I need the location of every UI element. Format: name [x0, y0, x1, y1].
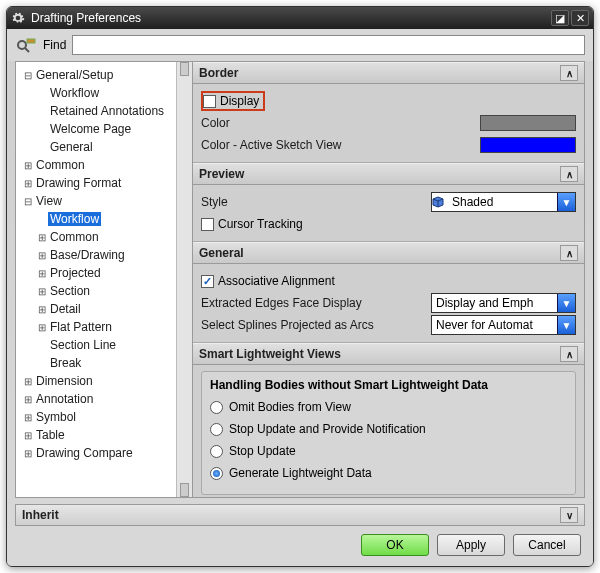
- chevron-up-icon[interactable]: ∧: [560, 65, 578, 81]
- expand-icon[interactable]: ⊞: [22, 394, 34, 405]
- tree-scrollbar[interactable]: [176, 62, 192, 497]
- section-title: Preview: [199, 167, 560, 181]
- section-header-inherit[interactable]: Inherit ∨: [15, 504, 585, 526]
- slv-radio-label: Stop Update and Provide Notification: [229, 422, 426, 436]
- gear-icon: [11, 11, 25, 25]
- extracted-select[interactable]: Display and Emph ▼: [431, 293, 576, 313]
- chevron-up-icon[interactable]: ∧: [560, 346, 578, 362]
- tree-item[interactable]: ⊞Dimension: [18, 372, 174, 390]
- tree-item[interactable]: ⊞Table: [18, 426, 174, 444]
- titlebar: Drafting Preferences ◪ ✕: [7, 7, 593, 29]
- expand-icon[interactable]: ⊞: [22, 160, 34, 171]
- extracted-label: Extracted Edges Face Display: [201, 296, 431, 310]
- expand-icon[interactable]: ⊞: [36, 304, 48, 315]
- tree-item[interactable]: ⊟General/Setup: [18, 66, 174, 84]
- collapse-icon[interactable]: ⊟: [22, 70, 34, 81]
- assoc-alignment-checkbox[interactable]: [201, 275, 214, 288]
- tree-item[interactable]: ⊞Base/Drawing: [18, 246, 174, 264]
- expand-icon[interactable]: ⊞: [22, 412, 34, 423]
- slv-radio[interactable]: [210, 445, 223, 458]
- tree-item[interactable]: ⊞Section: [18, 282, 174, 300]
- color-active-swatch[interactable]: [480, 137, 576, 153]
- cursor-tracking-checkbox[interactable]: [201, 218, 214, 231]
- slv-handling-group: Handling Bodies without Smart Lightweigh…: [201, 371, 576, 495]
- cancel-button[interactable]: Cancel: [513, 534, 581, 556]
- tree-item[interactable]: Retained Annotations: [18, 102, 174, 120]
- expand-icon[interactable]: ⊞: [22, 430, 34, 441]
- section-header-preview[interactable]: Preview ∧: [193, 163, 584, 185]
- style-label: Style: [201, 195, 431, 209]
- tree-item[interactable]: Section Line: [18, 336, 174, 354]
- tree-item-label: Detail: [48, 302, 83, 316]
- tree-item[interactable]: General: [18, 138, 174, 156]
- tree-item[interactable]: ⊞Drawing Compare: [18, 444, 174, 462]
- tree-item[interactable]: ⊟View: [18, 192, 174, 210]
- section-header-general[interactable]: General ∧: [193, 242, 584, 264]
- slv-radio[interactable]: [210, 401, 223, 414]
- tree-item[interactable]: ⊞Annotation: [18, 390, 174, 408]
- tree-item[interactable]: Workflow: [18, 210, 174, 228]
- expand-icon[interactable]: ⊞: [36, 322, 48, 333]
- display-checkbox-highlight: Display: [201, 91, 265, 111]
- collapse-icon[interactable]: ⊟: [22, 196, 34, 207]
- find-icon: [15, 36, 37, 54]
- tree-item[interactable]: ⊞Common: [18, 228, 174, 246]
- tree-item[interactable]: Welcome Page: [18, 120, 174, 138]
- slv-radio-label: Generate Lightweight Data: [229, 466, 372, 480]
- chevron-up-icon[interactable]: ∧: [560, 245, 578, 261]
- section-header-slv[interactable]: Smart Lightweight Views ∧: [193, 343, 584, 365]
- close-button[interactable]: ✕: [571, 10, 589, 26]
- cube-icon: [432, 196, 444, 208]
- slv-radio-label: Omit Bodies from View: [229, 400, 351, 414]
- splines-select[interactable]: Never for Automat ▼: [431, 315, 576, 335]
- inherit-section: Inherit ∨: [15, 504, 585, 526]
- splines-label: Select Splines Projected as Arcs: [201, 318, 431, 332]
- ok-button[interactable]: OK: [361, 534, 429, 556]
- expand-icon[interactable]: ⊞: [22, 448, 34, 459]
- tree-item-label: View: [34, 194, 64, 208]
- find-label: Find: [43, 38, 66, 52]
- expand-icon[interactable]: ⊞: [22, 376, 34, 387]
- expand-icon[interactable]: ⊞: [36, 286, 48, 297]
- color-label: Color: [201, 116, 480, 130]
- expand-icon[interactable]: ⊞: [36, 232, 48, 243]
- chevron-down-icon: ▼: [557, 316, 575, 334]
- tree-item[interactable]: Workflow: [18, 84, 174, 102]
- slv-radio-label: Stop Update: [229, 444, 296, 458]
- expand-icon[interactable]: ⊞: [36, 268, 48, 279]
- display-label: Display: [220, 94, 259, 108]
- expand-icon[interactable]: ⊞: [36, 250, 48, 261]
- cursor-tracking-label: Cursor Tracking: [218, 217, 303, 231]
- tree-item[interactable]: ⊞Common: [18, 156, 174, 174]
- tree-item[interactable]: Break: [18, 354, 174, 372]
- expand-icon[interactable]: ⊞: [22, 178, 34, 189]
- tree-item[interactable]: ⊞Flat Pattern: [18, 318, 174, 336]
- tree-item[interactable]: ⊞Detail: [18, 300, 174, 318]
- tree-item-label: Symbol: [34, 410, 78, 424]
- svg-rect-2: [27, 39, 35, 43]
- slv-radio[interactable]: [210, 467, 223, 480]
- slv-radio[interactable]: [210, 423, 223, 436]
- chevron-down-icon[interactable]: ∨: [560, 507, 578, 523]
- find-input[interactable]: [72, 35, 585, 55]
- tree-item[interactable]: ⊞Symbol: [18, 408, 174, 426]
- chevron-down-icon: ▼: [557, 193, 575, 211]
- button-bar: OK Apply Cancel: [7, 526, 593, 566]
- tree-item-label: Retained Annotations: [48, 104, 166, 118]
- nav-tree[interactable]: ⊟General/SetupWorkflowRetained Annotatio…: [16, 62, 176, 497]
- color-active-label: Color - Active Sketch View: [201, 138, 480, 152]
- color-swatch[interactable]: [480, 115, 576, 131]
- tree-item-label: Dimension: [34, 374, 95, 388]
- style-select[interactable]: Shaded ▼: [431, 192, 576, 212]
- undock-button[interactable]: ◪: [551, 10, 569, 26]
- apply-button[interactable]: Apply: [437, 534, 505, 556]
- splines-value: Never for Automat: [432, 318, 557, 332]
- tree-item[interactable]: ⊞Drawing Format: [18, 174, 174, 192]
- find-row: Find: [7, 29, 593, 61]
- section-header-border[interactable]: Border ∧: [193, 62, 584, 84]
- tree-item-label: Section: [48, 284, 92, 298]
- chevron-up-icon[interactable]: ∧: [560, 166, 578, 182]
- tree-item[interactable]: ⊞Projected: [18, 264, 174, 282]
- extracted-value: Display and Emph: [432, 296, 557, 310]
- display-checkbox[interactable]: [203, 95, 216, 108]
